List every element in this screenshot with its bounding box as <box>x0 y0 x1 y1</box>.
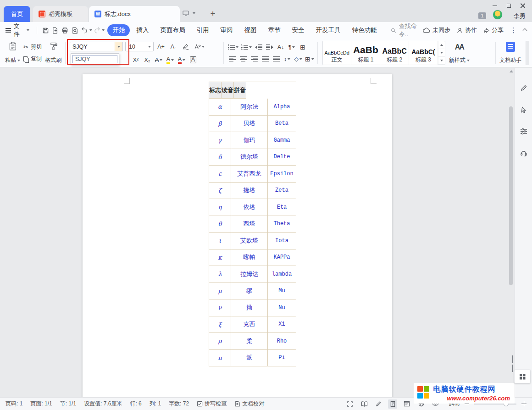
symbol-cell[interactable]: γ <box>209 132 231 149</box>
reading-cell[interactable]: 西塔 <box>231 216 268 233</box>
reading-cell[interactable]: 拗 <box>231 299 268 316</box>
web-view-button[interactable] <box>402 399 411 409</box>
tab-stops-button[interactable]: ⊞ <box>298 42 308 52</box>
scroll-up-arrow[interactable] <box>510 70 513 72</box>
reading-cell[interactable]: 喀帕 <box>231 249 268 266</box>
proofread-button[interactable]: 文档校对 <box>234 400 264 408</box>
line-spacing-button[interactable]: ↕ <box>282 54 292 64</box>
decrease-indent-button[interactable] <box>254 42 264 52</box>
symbol-cell[interactable]: λ <box>209 266 231 283</box>
table-row[interactable]: μ 缪 Mu <box>209 283 296 300</box>
menu-tab[interactable]: 特色功能 <box>347 24 382 36</box>
table-row[interactable]: π 派 Pi <box>209 350 296 367</box>
menu-tab[interactable]: 页面布局 <box>155 24 190 36</box>
file-menu-button[interactable]: 文件 <box>6 22 29 39</box>
docer-template-tab[interactable]: 稻壳模板 <box>33 6 88 22</box>
clear-format-button[interactable] <box>181 42 191 52</box>
export-button[interactable] <box>50 25 60 36</box>
align-center-button[interactable] <box>238 54 248 64</box>
print-button[interactable] <box>60 25 70 36</box>
collaborate-button[interactable]: 协作 <box>457 26 477 34</box>
monitor-icon[interactable] <box>183 11 189 16</box>
table-row[interactable]: α 阿尔法 Alpha <box>209 99 296 116</box>
pinyin-cell[interactable]: Pi <box>268 350 296 367</box>
format-painter-button[interactable]: 格式刷 <box>44 41 63 65</box>
menu-tab[interactable]: 安全 <box>287 24 309 36</box>
annotate-pen-button[interactable] <box>518 83 529 94</box>
table-row[interactable]: ν 拗 Nu <box>209 299 296 316</box>
table-row[interactable]: η 依塔 Eta <box>209 199 296 216</box>
font-size-combobox[interactable]: 10 <box>125 42 154 51</box>
status-item[interactable]: 设置值: 7.6厘米 <box>84 400 122 408</box>
styles-scroll-down[interactable] <box>438 49 445 57</box>
strikethrough-button[interactable]: A <box>154 55 164 65</box>
reading-cell[interactable]: 捷塔 <box>231 183 268 199</box>
reading-cell[interactable]: 拉姆达 <box>231 266 268 283</box>
doc-assistant-button[interactable]: 文档助手 <box>498 41 523 65</box>
status-item[interactable]: 字数: 72 <box>169 400 189 408</box>
subscript-button[interactable]: X₂ <box>142 55 152 65</box>
styles-gallery-expand[interactable] <box>438 57 445 65</box>
status-item[interactable]: 页面: 1/1 <box>30 400 52 408</box>
reading-cell[interactable]: 派 <box>231 350 268 367</box>
pinyin-cell[interactable]: Epsilon <box>268 166 296 183</box>
pinyin-cell[interactable]: Zeta <box>268 183 296 199</box>
table-row[interactable]: λ 拉姆达 lambda <box>209 266 296 283</box>
superscript-button[interactable]: X² <box>131 55 141 65</box>
decrease-font-button[interactable]: A- <box>168 42 178 52</box>
status-item[interactable]: 行: 6 <box>130 400 141 408</box>
menu-tab[interactable]: 开发工具 <box>310 24 345 36</box>
status-item[interactable]: 页码: 1 <box>6 400 22 408</box>
symbol-cell[interactable]: θ <box>209 216 231 233</box>
fullscreen-button[interactable] <box>345 399 355 409</box>
style-heading2[interactable]: AaBbC 标题 2 <box>380 41 409 65</box>
redo-button[interactable] <box>92 25 102 36</box>
message-badge[interactable]: 1 <box>478 12 486 19</box>
style-normal[interactable]: AaBbCcDd 正文 <box>323 41 352 65</box>
user-avatar[interactable] <box>493 10 503 20</box>
print-preview-button[interactable] <box>70 25 79 36</box>
pinyin-cell[interactable]: Beta <box>268 116 296 133</box>
borders-button[interactable]: ⊞ <box>304 54 315 64</box>
menu-tab[interactable]: 引用 <box>191 24 214 36</box>
new-style-button[interactable]: AA 新样式 <box>448 41 471 65</box>
bullet-list-button[interactable] <box>227 42 239 52</box>
menu-tab[interactable]: 视图 <box>239 24 261 36</box>
table-header-cell[interactable]: 标志 <box>209 82 222 99</box>
character-shading-button[interactable]: A <box>188 55 198 65</box>
table-row[interactable]: δ 德尔塔 Delte <box>209 149 296 166</box>
symbol-cell[interactable]: ξ <box>209 316 231 333</box>
paste-button[interactable]: 粘贴 <box>4 41 22 65</box>
menu-tab[interactable]: 审阅 <box>215 24 238 36</box>
next-page-button[interactable] <box>512 365 513 371</box>
home-tab[interactable]: 首页 <box>4 6 30 22</box>
increase-indent-button[interactable] <box>265 42 275 52</box>
style-heading3[interactable]: AaBbC( 标题 3 <box>409 41 438 65</box>
font-name-dropdown-arrow[interactable] <box>115 42 122 51</box>
symbol-cell[interactable]: α <box>209 99 231 116</box>
symbol-cell[interactable]: ν <box>209 299 231 316</box>
document-tab-active[interactable]: W 标志.docx <box>89 6 180 22</box>
text-highlight-button[interactable]: A <box>165 55 175 65</box>
symbol-cell[interactable]: ε <box>209 166 231 183</box>
sort-button[interactable]: A↓ <box>276 42 286 52</box>
symbol-cell[interactable]: κ <box>209 249 231 266</box>
task-pane-handle[interactable] <box>526 41 529 65</box>
reading-cell[interactable]: 德尔塔 <box>231 149 268 166</box>
cut-button[interactable]: ✂ 剪切 <box>23 43 42 51</box>
numbered-list-button[interactable] <box>240 42 253 52</box>
symbol-cell[interactable]: π <box>209 350 231 367</box>
new-tab-button[interactable]: + <box>207 8 218 19</box>
align-right-button[interactable] <box>249 54 259 64</box>
document-page[interactable]: 标志 读音 拼音 α 阿尔法 Alpha <box>83 74 392 397</box>
pinyin-cell[interactable]: lambda <box>268 266 296 283</box>
vertical-scrollbar[interactable] <box>508 68 514 397</box>
previous-page-button[interactable] <box>512 355 513 362</box>
reading-cell[interactable]: 依塔 <box>231 199 268 216</box>
phonetic-guide-button[interactable] <box>193 42 205 52</box>
reading-cell[interactable]: 伽玛 <box>231 132 268 149</box>
pinyin-cell[interactable]: Mu <box>268 283 296 300</box>
table-row[interactable]: ρ 柔 Rho <box>209 333 296 350</box>
status-item[interactable]: 节: 1/1 <box>60 400 76 408</box>
zoom-out-button[interactable] <box>465 404 469 404</box>
